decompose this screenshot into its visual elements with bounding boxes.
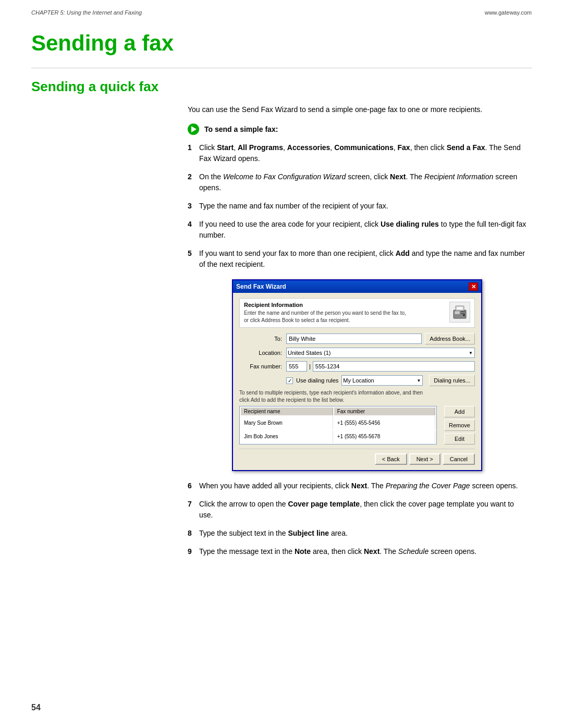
step-number: 8 (188, 528, 199, 539)
dialog-titlebar: Send Fax Wizard ✕ (233, 280, 481, 293)
dialing-location-wrapper: My Location (341, 375, 423, 386)
recipient-table-wrapper: Recipient name Fax number Mary Sue Brown… (239, 406, 475, 445)
chapter-label: CHAPTER 5: Using the Internet and Faxing (31, 9, 142, 16)
cancel-button[interactable]: Cancel (443, 453, 475, 465)
fax-separator: | (309, 363, 311, 369)
location-row: Location: United States (1) (239, 348, 475, 358)
fax-area-input[interactable] (286, 361, 307, 372)
list-item: 4 If you need to use the area code for y… (188, 219, 527, 241)
step-text: When you have added all your recipients,… (199, 480, 527, 491)
fax-num-input[interactable] (313, 361, 475, 372)
title-divider (31, 68, 532, 68)
step-number: 5 (188, 248, 199, 270)
steps-list: 1 Click Start, All Programs, Accessories… (188, 142, 527, 270)
dialog-window: Send Fax Wizard ✕ Recipient Information … (232, 279, 482, 471)
step-text: If you want to send your fax to more tha… (199, 248, 527, 270)
list-item: 1 Click Start, All Programs, Accessories… (188, 142, 527, 164)
to-field (286, 334, 422, 344)
dialog-section-desc2: or click Address Book to select a fax re… (244, 317, 406, 324)
step-text: On the Welcome to Fax Configuration Wiza… (199, 171, 527, 193)
dialog-close-button[interactable]: ✕ (469, 282, 478, 291)
use-dialing-rules-label: Use dialing rules (296, 377, 338, 384)
recipients-note-line1: To send to multiple recipients, type eac… (239, 390, 423, 396)
dialog-section-header: Recipient Information Enter the name and… (239, 298, 475, 328)
dialing-rules-row: ✓ Use dialing rules My Location Dialing … (239, 375, 475, 386)
page-header: CHAPTER 5: Using the Internet and Faxing… (0, 0, 563, 16)
page-number: 54 (31, 703, 41, 712)
intro-text: You can use the Send Fax Wizard to send … (188, 104, 527, 115)
dialing-rules-button[interactable]: Dialing rules... (429, 375, 475, 386)
dialing-location-select[interactable]: My Location (341, 375, 423, 386)
location-select-wrapper: United States (1) (286, 348, 475, 358)
fax-number-label: Fax number: (239, 363, 286, 369)
col-header-fax: Fax number (334, 408, 435, 415)
dialog-section-desc1: Enter the name and number of the person … (244, 310, 406, 317)
edit-button[interactable]: Edit (444, 433, 475, 445)
use-dialing-rules-checkbox[interactable]: ✓ (286, 377, 293, 384)
dialog-section-title: Recipient Information (244, 302, 406, 308)
recipient-fax: +1 (555) 455-5456 (334, 416, 435, 429)
step-text: Click Start, All Programs, Accessories, … (199, 142, 527, 164)
to-input[interactable] (286, 334, 422, 344)
remove-button[interactable]: Remove (444, 419, 475, 431)
back-button[interactable]: < Back (375, 453, 407, 465)
step-number: 6 (188, 480, 199, 491)
procedure-header-text: To send a simple fax: (204, 125, 278, 133)
dialog-container: Send Fax Wizard ✕ Recipient Information … (188, 279, 527, 471)
page-content: Sending a fax Sending a quick fax You ca… (0, 16, 563, 596)
recipient-name: Jim Bob Jones (241, 430, 333, 443)
fax-number-row: Fax number: | (239, 361, 475, 372)
play-icon (188, 124, 199, 135)
list-item: 3 Type the name and fax number of the re… (188, 201, 527, 212)
location-label: Location: (239, 350, 286, 356)
step-text: Type the name and fax number of the reci… (199, 201, 527, 212)
step-text: Click the arrow to open the Cover page t… (199, 499, 527, 521)
svg-rect-5 (457, 307, 463, 310)
dialog-section-info: Recipient Information Enter the name and… (244, 302, 406, 324)
svg-rect-2 (461, 311, 465, 312)
step-number: 3 (188, 201, 199, 212)
svg-point-6 (463, 314, 465, 316)
list-item: 2 On the Welcome to Fax Configuration Wi… (188, 171, 527, 193)
dialog-bottom-buttons: < Back Next > Cancel (239, 449, 475, 465)
dialog-title: Send Fax Wizard (236, 283, 286, 290)
svg-rect-3 (461, 313, 465, 314)
fax-number-inputs: | (286, 361, 475, 372)
step-text: Type the subject text in the Subject lin… (199, 528, 527, 539)
step-number: 7 (188, 499, 199, 521)
step-number: 9 (188, 546, 199, 557)
step-text: Type the message text in the Note area, … (199, 546, 527, 557)
recipient-name: Mary Sue Brown (241, 416, 333, 429)
dialog-fax-icon (449, 302, 470, 323)
section-title: Sending a quick fax (31, 79, 532, 95)
recipient-table: Recipient name Fax number Mary Sue Brown… (239, 406, 437, 445)
list-item: 6 When you have added all your recipient… (188, 480, 527, 491)
list-item: 7 Click the arrow to open the Cover page… (188, 499, 527, 521)
table-buttons: Add Remove Edit (441, 406, 475, 445)
location-select[interactable]: United States (1) (286, 348, 475, 358)
table-row[interactable]: Jim Bob Jones+1 (555) 455-5678 (241, 430, 435, 443)
next-button[interactable]: Next > (409, 453, 440, 465)
page-footer: 54 (31, 703, 41, 712)
to-row: To: Address Book... (239, 333, 475, 344)
svg-rect-1 (455, 311, 460, 314)
dialog-body: Recipient Information Enter the name and… (233, 293, 481, 470)
step-text: If you need to use the area code for you… (199, 219, 527, 241)
checkbox-content: ✓ Use dialing rules My Location Dialing … (286, 375, 475, 386)
procedure-header: To send a simple fax: (188, 124, 527, 135)
recipient-fax: +1 (555) 455-5678 (334, 430, 435, 443)
list-item: 8 Type the subject text in the Subject l… (188, 528, 527, 539)
procedure-block: To send a simple fax: 1 Click Start, All… (188, 124, 527, 557)
step-number: 1 (188, 142, 199, 164)
list-item: 9 Type the message text in the Note area… (188, 546, 527, 557)
step-number: 2 (188, 171, 199, 193)
list-item: 5 If you want to send your fax to more t… (188, 248, 527, 270)
recipients-note-line2: click Add to add the recipient to the li… (239, 397, 344, 403)
col-header-name: Recipient name (241, 408, 333, 415)
website-label: www.gateway.com (485, 9, 532, 16)
table-row[interactable]: Mary Sue Brown+1 (555) 455-5456 (241, 416, 435, 429)
steps-list-after: 6 When you have added all your recipient… (188, 480, 527, 557)
address-book-button[interactable]: Address Book... (425, 333, 475, 344)
recipients-note: To send to multiple recipients, type eac… (239, 389, 475, 404)
add-button[interactable]: Add (444, 406, 475, 417)
